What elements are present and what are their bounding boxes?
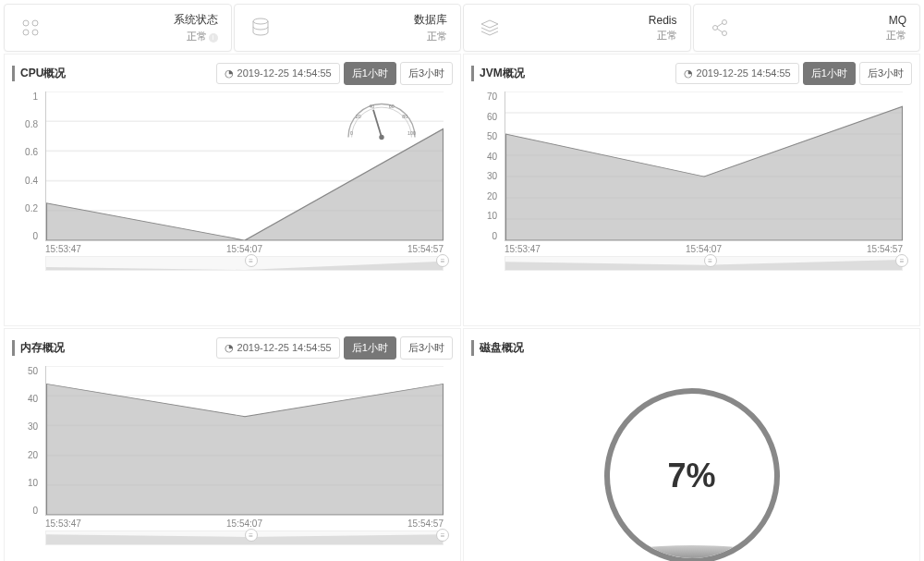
- panel-title-cpu: CPU概况: [12, 66, 66, 81]
- svg-point-6: [722, 20, 726, 25]
- gauge-widget: 02040 6080100: [340, 91, 423, 147]
- svg-text:100: 100: [407, 130, 416, 136]
- svg-point-3: [32, 30, 38, 35]
- svg-text:0: 0: [350, 130, 353, 136]
- panel-jvm: JVM概况 ◔ 2019-12-25 14:54:55 后1小时 后3小时 70…: [463, 54, 920, 326]
- slider-handle[interactable]: ≡: [436, 254, 449, 267]
- range-slider[interactable]: ≡ ≡: [505, 256, 903, 271]
- svg-text:60: 60: [389, 104, 395, 109]
- datetime-value: 2019-12-25 14:54:55: [237, 67, 332, 79]
- status-value: 正常i: [174, 30, 218, 43]
- panel-title-mem: 内存概况: [12, 340, 65, 356]
- status-card-system[interactable]: 系统状态 正常i: [4, 4, 232, 52]
- y-axis: 50403020100: [12, 366, 42, 516]
- status-card-redis[interactable]: Redis 正常: [463, 4, 691, 52]
- slider-handle[interactable]: ≡: [436, 529, 449, 542]
- datetime-picker[interactable]: ◔ 2019-12-25 14:54:55: [216, 337, 340, 359]
- status-card-database[interactable]: 数据库 正常: [234, 4, 462, 52]
- svg-text:40: 40: [369, 104, 374, 109]
- svg-point-7: [722, 31, 726, 36]
- panel-title-jvm: JVM概况: [471, 66, 525, 81]
- svg-point-0: [23, 20, 29, 26]
- datetime-picker[interactable]: ◔ 2019-12-25 14:54:55: [216, 63, 340, 84]
- range-slider[interactable]: ≡ ≡: [45, 531, 444, 545]
- range-1h-button[interactable]: 后1小时: [344, 62, 396, 85]
- range-1h-button[interactable]: 后1小时: [344, 336, 396, 360]
- status-title: 数据库: [414, 12, 447, 28]
- svg-line-16: [373, 110, 382, 138]
- slider-handle[interactable]: ≡: [245, 529, 258, 542]
- datetime-value: 2019-12-25 14:54:55: [237, 342, 332, 353]
- status-title: 系统状态: [174, 12, 218, 28]
- svg-text:20: 20: [356, 114, 361, 119]
- panel-title-disk: 磁盘概况: [471, 340, 524, 356]
- disk-percent: 7%: [667, 457, 715, 495]
- svg-line-9: [717, 29, 723, 32]
- status-value: 正常: [414, 30, 447, 43]
- x-axis: 15:53:4715:54:0715:54:57: [45, 518, 444, 529]
- svg-text:80: 80: [402, 114, 407, 119]
- x-axis: 15:53:4715:54:0715:54:57: [505, 244, 903, 254]
- info-icon: i: [209, 33, 218, 43]
- slider-handle[interactable]: ≡: [895, 254, 908, 267]
- svg-point-17: [379, 135, 383, 140]
- datetime-value: 2019-12-25 14:54:55: [697, 67, 791, 79]
- y-axis: 10.80.60.40.20: [12, 91, 42, 241]
- range-3h-button[interactable]: 后3小时: [400, 336, 453, 360]
- slider-handle[interactable]: ≡: [245, 254, 258, 267]
- status-value: 正常: [886, 29, 906, 43]
- range-1h-button[interactable]: 后1小时: [803, 62, 856, 85]
- share-icon: [707, 15, 733, 41]
- disk-gauge: 7%: [604, 388, 780, 561]
- grid-icon: [18, 15, 43, 41]
- status-title: Redis: [649, 14, 677, 27]
- x-axis: 15:53:4715:54:0715:54:57: [45, 244, 444, 254]
- disk-fill: [610, 545, 774, 558]
- svg-point-4: [253, 18, 268, 24]
- range-3h-button[interactable]: 后3小时: [400, 62, 453, 85]
- svg-point-5: [712, 26, 717, 30]
- range-slider[interactable]: ≡ ≡: [45, 256, 444, 271]
- svg-point-2: [23, 30, 29, 35]
- chart-jvm: 706050403020100 15:53:4715:54:0715:54:57…: [471, 86, 912, 271]
- status-value: 正常: [649, 29, 677, 43]
- database-icon: [248, 15, 274, 41]
- clock-icon: ◔: [684, 67, 693, 79]
- layers-icon: [477, 15, 503, 41]
- status-card-mq[interactable]: MQ 正常: [693, 4, 921, 52]
- svg-point-1: [32, 20, 38, 26]
- panel-cpu: CPU概况 ◔ 2019-12-25 14:54:55 后1小时 后3小时 02…: [4, 54, 461, 326]
- clock-icon: ◔: [225, 67, 234, 79]
- range-3h-button[interactable]: 后3小时: [859, 62, 912, 85]
- panel-mem: 内存概况 ◔ 2019-12-25 14:54:55 后1小时 后3小时 504…: [4, 328, 461, 561]
- panel-disk: 磁盘概况 7% 磁盘剩余空间：186420M: [463, 328, 920, 561]
- svg-line-8: [717, 23, 723, 27]
- status-title: MQ: [886, 14, 906, 27]
- slider-handle[interactable]: ≡: [704, 254, 717, 267]
- chart-mem: 50403020100 15:53:4715:54:0715:54:57 ≡ ≡: [12, 360, 453, 545]
- datetime-picker[interactable]: ◔ 2019-12-25 14:54:55: [675, 63, 799, 84]
- y-axis: 706050403020100: [471, 91, 501, 241]
- clock-icon: ◔: [225, 342, 234, 354]
